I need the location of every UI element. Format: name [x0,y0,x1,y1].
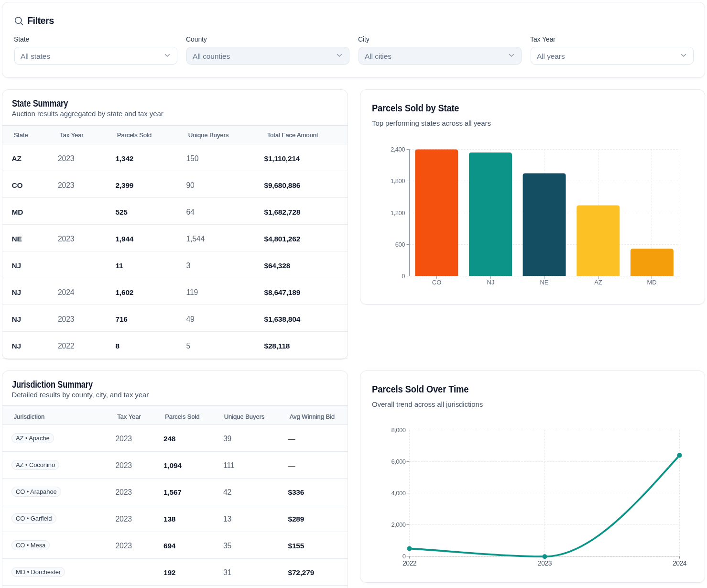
svg-text:1,800: 1,800 [391,177,405,185]
svg-text:NE: NE [540,279,548,286]
svg-text:AZ: AZ [594,279,602,286]
svg-text:2022: 2022 [402,559,417,567]
svg-text:CO: CO [432,279,442,286]
svg-text:2024: 2024 [673,559,687,567]
svg-text:6,000: 6,000 [391,458,405,465]
svg-text:MD: MD [647,279,656,286]
svg-text:2,400: 2,400 [391,146,405,153]
svg-text:8,000: 8,000 [391,426,405,434]
svg-text:2,000: 2,000 [391,521,405,528]
svg-text:600: 600 [395,241,405,248]
svg-text:4,000: 4,000 [391,490,405,497]
svg-text:NJ: NJ [487,279,495,286]
svg-text:0: 0 [402,272,405,280]
svg-text:2023: 2023 [538,559,552,567]
svg-text:1,200: 1,200 [391,209,405,217]
